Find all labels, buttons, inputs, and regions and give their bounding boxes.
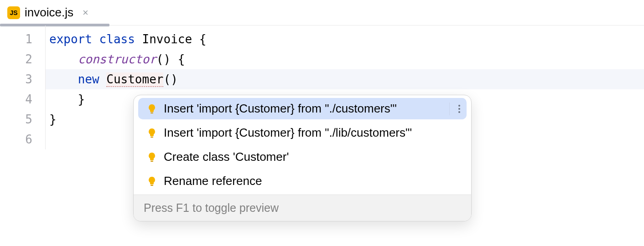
more-options-icon[interactable] — [449, 102, 463, 115]
unresolved-reference[interactable]: Customer — [106, 72, 163, 87]
editor-tab[interactable]: JS invoice.js × — [5, 0, 96, 25]
svg-rect-0 — [151, 113, 153, 113]
line-number: 4 — [0, 89, 32, 109]
quick-fix-item-label: Create class 'Customer' — [164, 150, 289, 164]
code-line: new Customer() — [49, 69, 644, 89]
quick-fix-item-label: Rename reference — [164, 174, 262, 188]
svg-rect-1 — [151, 137, 153, 138]
line-number: 1 — [0, 29, 32, 49]
quick-fix-item[interactable]: Insert 'import {Customer} from "./lib/cu… — [138, 122, 467, 144]
tab-filename: invoice.js — [25, 5, 73, 20]
quick-fix-item-label: Insert 'import {Customer} from "./custom… — [164, 102, 397, 116]
tab-bar: JS invoice.js × — [0, 0, 644, 26]
popup-footer-hint: Press F1 to toggle preview — [134, 195, 471, 221]
line-number: 3 — [0, 69, 32, 89]
line-number-gutter: 1 2 3 4 5 6 — [0, 26, 46, 149]
line-number: 5 — [0, 109, 32, 129]
code-line: export class Invoice { — [49, 29, 644, 49]
svg-rect-2 — [151, 161, 153, 162]
line-number: 6 — [0, 129, 32, 149]
svg-rect-3 — [151, 185, 153, 186]
quick-fix-popup: Insert 'import {Customer} from "./custom… — [133, 95, 472, 221]
js-file-icon: JS — [7, 6, 20, 19]
bulb-icon — [146, 128, 157, 138]
code-line: constructor() { — [49, 49, 644, 69]
bulb-icon — [146, 176, 157, 187]
quick-fix-item[interactable]: Create class 'Customer' — [138, 146, 467, 168]
bulb-icon — [146, 152, 157, 163]
bulb-icon — [146, 103, 157, 114]
line-number: 2 — [0, 49, 32, 69]
quick-fix-item-label: Insert 'import {Customer} from "./lib/cu… — [164, 126, 412, 140]
quick-fix-item[interactable]: Insert 'import {Customer} from "./custom… — [138, 98, 467, 119]
close-tab-icon[interactable]: × — [83, 7, 88, 19]
quick-fix-item[interactable]: Rename reference — [138, 170, 467, 192]
